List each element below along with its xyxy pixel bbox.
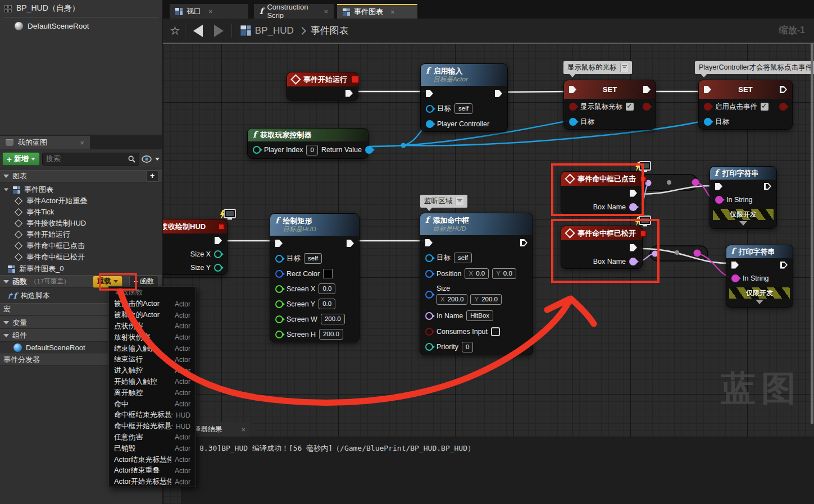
components-root-row[interactable]: BP_HUD（自身）: [0, 0, 162, 16]
consumes-input-pin[interactable]: [425, 328, 433, 336]
eye-filter-icon[interactable]: [142, 155, 153, 163]
node-set-show-mouse-cursor[interactable]: SET 显示鼠标光标 目标: [563, 80, 656, 130]
triangle-expanded-icon[interactable]: [3, 334, 9, 337]
target-pin[interactable]: [426, 105, 434, 113]
exec-in-pin[interactable]: [704, 86, 711, 93]
section-graphs[interactable]: 图表 +: [0, 170, 162, 182]
exec-out-pin[interactable]: [630, 244, 637, 251]
menu-item-override-function[interactable]: Actor结束重叠 Actor: [109, 465, 195, 476]
exec-out-pin[interactable]: [780, 262, 788, 269]
node-enable-input[interactable]: f 启用输入 目标是Actor 目标 self Player Controlle…: [420, 63, 508, 132]
tree-item-event[interactable]: 事件接收绘制HUD: [0, 218, 162, 229]
chevron-down-icon[interactable]: [155, 158, 160, 161]
search-input[interactable]: 搜索: [42, 153, 139, 166]
pin-value[interactable]: 0.0: [319, 299, 335, 309]
bool-out-pin[interactable]: [643, 103, 651, 111]
tree-item-new-graph[interactable]: 新事件图表_0: [0, 263, 162, 274]
forward-icon[interactable]: [214, 25, 224, 37]
menu-item-override-function[interactable]: Actor结束光标悬停 Actor: [109, 454, 195, 465]
tree-item-event[interactable]: 事件Tick: [0, 207, 162, 218]
exec-in-pin[interactable]: [715, 183, 722, 190]
player-controller-pin[interactable]: [426, 120, 434, 128]
target-value[interactable]: self: [454, 253, 472, 263]
exec-in-pin[interactable]: [731, 262, 739, 269]
expand-arrow-icon[interactable]: [756, 300, 763, 304]
breadcrumb-root[interactable]: BP_HUD: [255, 25, 294, 36]
exec-out-pin[interactable]: [347, 240, 354, 247]
menu-item-override-function[interactable]: 开始输入触控 Actor: [109, 377, 195, 388]
size-y-value[interactable]: 200.0: [481, 296, 498, 303]
node-comment[interactable]: 监听区域: [420, 195, 467, 208]
position-pin[interactable]: [425, 270, 433, 278]
exec-out-pin[interactable]: [345, 90, 353, 97]
exec-out-pin[interactable]: [764, 183, 771, 190]
priority-pin[interactable]: [425, 343, 433, 351]
close-icon[interactable]: ×: [390, 8, 395, 16]
float-pin[interactable]: [275, 315, 283, 323]
menu-item-override-function[interactable]: 任意伤害 Actor: [109, 432, 195, 443]
add-new-button[interactable]: + 新增: [2, 152, 40, 166]
node-event-beginplay[interactable]: 事件开始运行: [287, 72, 358, 100]
tab-construction-script[interactable]: f Construction Scrip ×: [254, 4, 334, 19]
target-value[interactable]: self: [454, 103, 472, 114]
menu-item-override-function[interactable]: 已销毁 Actor: [109, 443, 195, 454]
node-comment[interactable]: PlayerController才会将鼠标点击事件: [695, 61, 814, 74]
exec-out-pin[interactable]: [495, 90, 502, 97]
favorite-star-icon[interactable]: ☆: [170, 24, 180, 38]
bool-pin[interactable]: [704, 103, 712, 111]
position-y-value[interactable]: 0.0: [503, 270, 512, 277]
target-value[interactable]: self: [304, 253, 322, 264]
exec-in-pin[interactable]: [425, 239, 433, 246]
position-x-value[interactable]: 0.0: [476, 270, 485, 277]
tree-item-event[interactable]: 事件开始运行: [0, 229, 162, 240]
size-x-pin[interactable]: [214, 250, 222, 258]
exec-out-pin[interactable]: [630, 190, 637, 197]
triangle-expanded-icon[interactable]: [3, 321, 9, 324]
menu-item-override-function[interactable]: 命中 Actor: [109, 398, 195, 410]
in-string-pin[interactable]: [731, 274, 739, 282]
menu-item-override-function[interactable]: Actor开始光标悬停 Actor: [109, 476, 195, 488]
checkbox-unchecked[interactable]: [491, 327, 500, 336]
menu-item-override-function[interactable]: 被释放的Actor Actor: [109, 310, 195, 321]
return-value-pin[interactable]: [365, 146, 373, 154]
tab-viewport[interactable]: 视口 ×: [170, 4, 248, 19]
exec-out-pin[interactable]: [520, 239, 527, 246]
menu-item-override-function[interactable]: 命中框开始光标悬停 HUD: [109, 421, 195, 432]
menu-item-override-function[interactable]: 命中框结束光标悬停 HUD: [109, 410, 195, 421]
tree-item-event[interactable]: 事件命中框已松开: [0, 251, 162, 263]
exec-out-pin[interactable]: [215, 237, 222, 244]
rect-color-pin[interactable]: [275, 270, 283, 278]
tab-my-blueprint[interactable]: 我的蓝图 ×: [0, 136, 90, 149]
triangle-expanded-icon[interactable]: [3, 175, 9, 178]
box-name-pin[interactable]: [629, 203, 637, 211]
exec-in-pin[interactable]: [275, 240, 283, 247]
tree-item-event[interactable]: 事件命中框已点击: [0, 240, 162, 251]
checkbox-checked[interactable]: [761, 103, 768, 111]
target-pin[interactable]: [275, 255, 283, 263]
size-pin[interactable]: [425, 291, 433, 299]
node-set-enable-click-events[interactable]: SET 启用点击事件 目标: [698, 80, 793, 130]
pin-value[interactable]: 0.0: [319, 283, 335, 294]
bool-out-pin[interactable]: [779, 103, 787, 111]
tab-event-graph[interactable]: 事件图表 ×: [337, 4, 417, 19]
in-string-pin[interactable]: [715, 196, 723, 204]
node-print-string[interactable]: f 打印字符串 In String 仅限开发: [710, 166, 777, 229]
add-graph-button[interactable]: +: [146, 171, 158, 182]
float-pin[interactable]: [275, 300, 283, 308]
pin-comment-icon[interactable]: [620, 63, 628, 72]
color-swatch[interactable]: [323, 269, 333, 278]
in-name-pin[interactable]: [425, 312, 433, 320]
float-pin[interactable]: [275, 285, 283, 293]
exec-out-pin[interactable]: [780, 86, 787, 93]
expand-arrow-icon[interactable]: [739, 221, 747, 226]
tree-item-event[interactable]: 事件Actor开始重叠: [0, 195, 162, 207]
close-icon[interactable]: ×: [324, 7, 328, 16]
node-event-hitbox-click[interactable]: 事件命中框已点击 Box Name: [561, 171, 643, 214]
priority-value[interactable]: 0: [462, 342, 473, 352]
component-item-scene-root[interactable]: DefaultSceneRoot: [0, 19, 162, 33]
size-x-value[interactable]: 200.0: [448, 296, 464, 303]
node-draw-rect[interactable]: f 绘制矩形 目标是HUD 目标 self Rect Color Sc: [270, 213, 360, 342]
triangle-expanded-icon[interactable]: [4, 189, 8, 191]
size-y-pin[interactable]: [214, 264, 222, 272]
close-icon[interactable]: ×: [241, 425, 245, 434]
